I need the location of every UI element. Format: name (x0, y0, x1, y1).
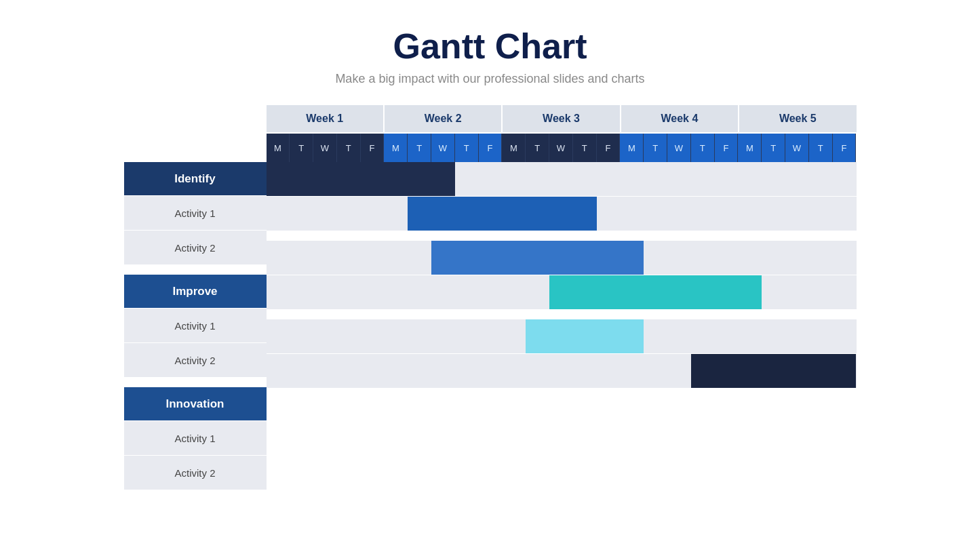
day-w3-m: M (502, 134, 526, 162)
day-w4-w: W (667, 134, 691, 162)
gantt-row-innovation-activity1 (267, 319, 857, 354)
group-header-innovation: Innovation (124, 387, 267, 421)
day-w2-w: W (431, 134, 455, 162)
bar-innovation-1 (526, 319, 644, 353)
day-w5-t2: T (809, 134, 833, 162)
day-w5-t1: T (762, 134, 785, 162)
day-w3-t2: T (573, 134, 597, 162)
bar-improve-1 (431, 241, 644, 275)
day-w5-w: W (785, 134, 809, 162)
day-w2-t2: T (455, 134, 479, 162)
sidebar-item-innovation-activity1: Activity 1 (124, 421, 267, 456)
week-header-row: Week 1 Week 2 Week 3 Week 4 Week 5 (267, 105, 857, 134)
day-w5-f: F (833, 134, 857, 162)
sidebar-item-improve-activity2: Activity 2 (124, 343, 267, 378)
bar-innovation-2 (691, 354, 857, 388)
gantt-row-identify-activity1 (267, 162, 857, 197)
day-w2-t1: T (408, 134, 431, 162)
group-gap-2 (267, 310, 857, 319)
group-header-identify: Identify (124, 162, 267, 196)
day-w3-w: W (549, 134, 573, 162)
day-w4-t1: T (644, 134, 667, 162)
week-header-2: Week 2 (385, 105, 503, 134)
gantt-row-innovation-activity2 (267, 354, 857, 389)
gantt-area: Week 1 Week 2 Week 3 Week 4 Week 5 M T W… (267, 105, 857, 490)
day-header-row: M T W T F M T W T F M T W T F M T W T F … (267, 134, 857, 162)
bar-identify-1 (267, 162, 455, 196)
group-header-improve: Improve (124, 275, 267, 309)
day-w1-m: M (267, 134, 290, 162)
day-w4-t2: T (691, 134, 715, 162)
gantt-row-identify-activity2 (267, 197, 857, 231)
day-w4-f: F (715, 134, 739, 162)
day-w4-m: M (620, 134, 644, 162)
bar-improve-2 (549, 275, 762, 309)
sidebar-item-innovation-activity2: Activity 2 (124, 456, 267, 490)
sidebar-item-identify-activity1: Activity 1 (124, 196, 267, 231)
day-w2-m: M (384, 134, 408, 162)
week-header-4: Week 4 (621, 105, 739, 134)
gantt-row-improve-activity2 (267, 275, 857, 310)
week-header-1: Week 1 (267, 105, 385, 134)
day-w1-w: W (313, 134, 337, 162)
day-w1-t1: T (290, 134, 313, 162)
gantt-chart: Identify Activity 1 Activity 2 Improve A… (124, 105, 857, 490)
day-w2-f: F (479, 134, 503, 162)
day-w3-t1: T (526, 134, 549, 162)
gantt-row-improve-activity1 (267, 241, 857, 275)
gantt-rows (267, 162, 857, 490)
page-subtitle: Make a big impact with our professional … (335, 72, 644, 86)
sidebar-item-improve-activity1: Activity 1 (124, 309, 267, 343)
sidebar-item-identify-activity2: Activity 2 (124, 231, 267, 265)
bar-identify-2 (408, 197, 596, 231)
day-w1-t2: T (337, 134, 361, 162)
group-gap-1 (267, 231, 857, 241)
sidebar: Identify Activity 1 Activity 2 Improve A… (124, 105, 267, 490)
day-w3-f: F (597, 134, 621, 162)
day-w1-f: F (361, 134, 385, 162)
week-header-5: Week 5 (739, 105, 856, 134)
page-title: Gantt Chart (393, 26, 587, 66)
week-header-3: Week 3 (503, 105, 621, 134)
day-w5-m: M (738, 134, 762, 162)
